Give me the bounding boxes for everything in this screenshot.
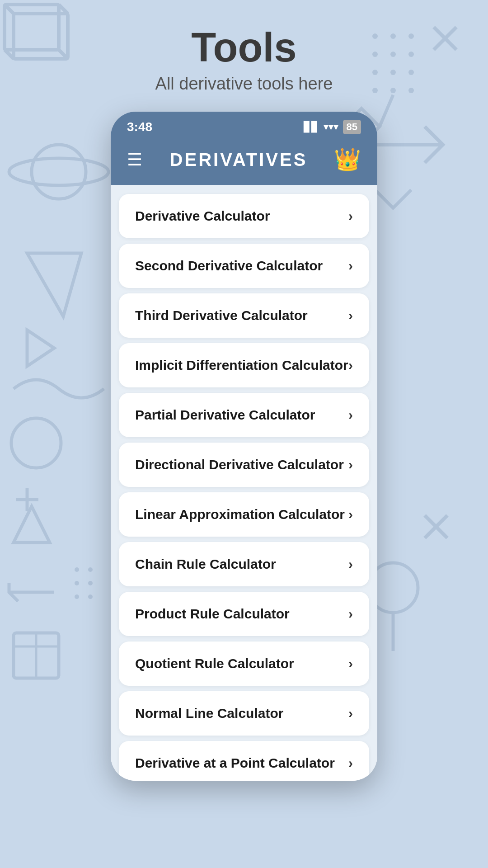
tool-list-item[interactable]: Linear Approximation Calculator› xyxy=(119,492,369,537)
crown-icon[interactable]: 👑 xyxy=(334,147,361,172)
status-icons: ▊▊ ▾▾▾ 85 xyxy=(304,120,361,134)
status-bar: 3:48 ▊▊ ▾▾▾ 85 xyxy=(111,112,377,139)
battery-badge: 85 xyxy=(343,120,361,134)
wifi-icon: ▾▾▾ xyxy=(324,121,338,133)
tool-label: Chain Rule Calculator xyxy=(135,557,276,572)
hamburger-menu-icon[interactable]: ☰ xyxy=(127,151,143,168)
signal-icon: ▊▊ xyxy=(304,121,319,133)
tool-list-item[interactable]: Derivative at a Point Calculator› xyxy=(119,741,369,781)
tool-list-item[interactable]: Derivative Calculator› xyxy=(119,194,369,238)
chevron-right-icon: › xyxy=(348,208,353,224)
tool-label: Derivative at a Point Calculator xyxy=(135,755,335,771)
status-time: 3:48 xyxy=(127,120,152,134)
page-title: Tools xyxy=(155,27,333,68)
tool-label: Partial Derivative Calculator xyxy=(135,407,315,423)
tool-label: Linear Approximation Calculator xyxy=(135,507,345,522)
tool-list-item[interactable]: Third Derivative Calculator› xyxy=(119,293,369,338)
tool-label: Implicit Differentiation Calculator xyxy=(135,358,348,373)
chevron-right-icon: › xyxy=(348,656,353,671)
tool-label: Derivative Calculator xyxy=(135,208,270,224)
tool-label: Directional Derivative Calculator xyxy=(135,457,344,472)
chevron-right-icon: › xyxy=(348,358,353,373)
page-subtitle: All derivative tools here xyxy=(155,74,333,94)
phone-frame: 3:48 ▊▊ ▾▾▾ 85 ☰ DERIVATIVES 👑 Derivativ… xyxy=(111,112,377,781)
chevron-right-icon: › xyxy=(348,507,353,522)
chevron-right-icon: › xyxy=(348,706,353,721)
tool-label: Quotient Rule Calculator xyxy=(135,656,294,671)
tool-list-item[interactable]: Second Derivative Calculator› xyxy=(119,244,369,288)
page-header: Tools All derivative tools here xyxy=(137,0,351,112)
app-title: DERIVATIVES xyxy=(170,150,308,170)
tools-list: Derivative Calculator›Second Derivative … xyxy=(111,185,377,781)
chevron-right-icon: › xyxy=(348,308,353,323)
chevron-right-icon: › xyxy=(348,606,353,622)
app-header: ☰ DERIVATIVES 👑 xyxy=(111,139,377,185)
chevron-right-icon: › xyxy=(348,457,353,472)
chevron-right-icon: › xyxy=(348,557,353,572)
tool-label: Second Derivative Calculator xyxy=(135,258,323,274)
tool-list-item[interactable]: Directional Derivative Calculator› xyxy=(119,443,369,487)
tool-list-item[interactable]: Quotient Rule Calculator› xyxy=(119,642,369,686)
tool-list-item[interactable]: Product Rule Calculator› xyxy=(119,592,369,636)
tool-list-item[interactable]: Normal Line Calculator› xyxy=(119,691,369,736)
chevron-right-icon: › xyxy=(348,258,353,274)
tool-label: Normal Line Calculator xyxy=(135,706,283,721)
tool-list-item[interactable]: Implicit Differentiation Calculator› xyxy=(119,343,369,387)
tool-label: Product Rule Calculator xyxy=(135,606,290,622)
chevron-right-icon: › xyxy=(348,407,353,423)
tool-list-item[interactable]: Partial Derivative Calculator› xyxy=(119,393,369,437)
chevron-right-icon: › xyxy=(348,755,353,771)
tool-list-item[interactable]: Chain Rule Calculator› xyxy=(119,542,369,586)
tool-label: Third Derivative Calculator xyxy=(135,308,308,323)
page-content: Tools All derivative tools here 3:48 ▊▊ … xyxy=(0,0,488,868)
